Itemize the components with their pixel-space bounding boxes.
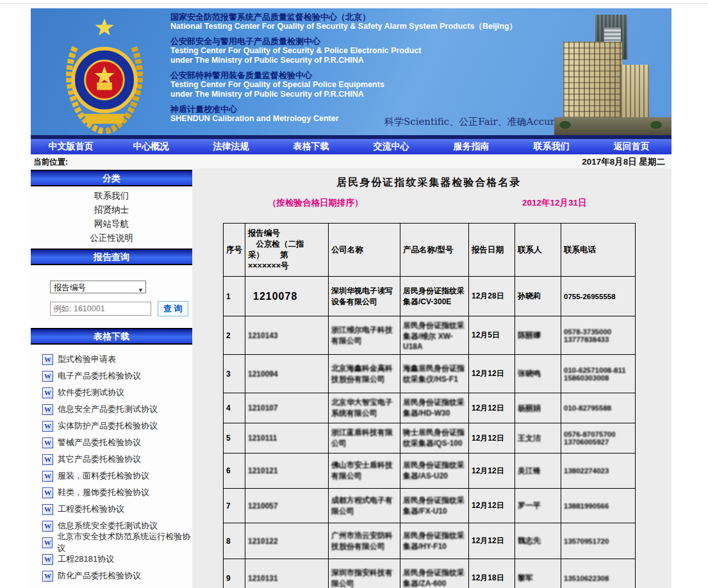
cell-phone: 13802274023 [561, 453, 636, 489]
report-query-form: 报告编号 ▼ 查 询 [31, 265, 192, 328]
sidebar-item-contact-us[interactable]: 联系我们 [31, 189, 192, 203]
tree [650, 121, 662, 129]
sidebar-item-recruit[interactable]: 招贤纳士 [31, 203, 192, 217]
cell-seq: 5 [224, 423, 245, 453]
org3-en2: under The Ministry of Public Security of… [170, 90, 555, 99]
cell-product: 海鑫居民身份证指纹采集仪/HS-F1 [400, 355, 469, 393]
word-doc-icon: W [42, 471, 53, 482]
cell-date: 12月5日 [469, 316, 515, 355]
word-doc-icon: W [42, 487, 53, 498]
cell-company: 深圳华视电子读写设备有限公司 [329, 277, 400, 316]
word-doc-icon: W [42, 571, 53, 582]
word-doc-icon: W [42, 537, 53, 548]
police-emblem-icon [56, 15, 152, 134]
cell-phone: 13570951720 [561, 523, 636, 559]
download-item[interactable]: W电子产品委托检验协议 [42, 368, 192, 384]
nav-home-cn[interactable]: 中文版首页 [31, 141, 111, 152]
cell-seq: 3 [224, 355, 245, 393]
org2-en2: under The Ministry of Public Security of… [170, 56, 555, 65]
cell-report-no: 1210057 [245, 489, 329, 523]
sidebar-section-form-download: 表格下载 [31, 328, 192, 345]
nav-form-download[interactable]: 表格下载 [271, 141, 351, 152]
download-item[interactable]: W实体防护产品委托检验协议 [42, 418, 192, 434]
download-item[interactable]: W工程委托检验协议 [42, 501, 192, 518]
download-label: 软件委托测试协议 [58, 387, 124, 398]
sidebar: 分类 联系我们 招贤纳士 网站导航 公正性说明 报告查询 报告编号 ▼ 查 询 … [31, 168, 192, 588]
nav-service-guide[interactable]: 服务指南 [431, 141, 511, 152]
report-number-input[interactable] [50, 302, 151, 316]
cell-seq: 6 [224, 453, 245, 489]
sidebar-section-report-query: 报告查询 [31, 249, 192, 265]
cell-date: 12月12日 [469, 489, 515, 523]
cell-product: 居民身份证指纹采集器/ZA-600 [400, 559, 469, 588]
cell-seq: 1 [224, 277, 245, 316]
word-doc-icon: W [42, 421, 53, 432]
sidebar-section-category: 分类 [31, 170, 192, 186]
download-label: 信息安全产品委托测试协议 [58, 404, 158, 415]
download-item[interactable]: W北京市安全技术防范系统运行检验协议 [42, 534, 192, 551]
building-photo [554, 8, 671, 135]
col-phone: 联系电话 [561, 224, 636, 277]
page-title: 居民身份证指纹采集器检验合格名录 [223, 176, 635, 190]
cell-report-no: 1210107 [245, 393, 329, 423]
table-row: 6 1210121 佛山市安士盾科技有限公司 居民身份证指纹采集器/AS-U20… [224, 453, 636, 489]
download-item[interactable]: W警械产品委托检验协议 [42, 434, 192, 451]
col-report-no: 报告编号 公京检（二指 采） 第 ×××××××号 [245, 224, 329, 277]
cell-product: 居民身份证指纹采集器/HD-W30 [400, 393, 469, 423]
nav-contact-us[interactable]: 联系我们 [511, 141, 591, 152]
cell-seq: 4 [224, 393, 245, 423]
report-type-select[interactable]: 报告编号 ▼ [50, 281, 146, 293]
cell-product: 居民身份证指纹采集器/HY-F10 [400, 523, 469, 559]
table-row: 4 1210107 北京华大智宝电子系统有限公司 居民身份证指纹采集器/HD-W… [224, 393, 636, 423]
cell-contact: 罗一平 [515, 489, 561, 523]
download-item[interactable]: W其它产品委托检验协议 [42, 451, 192, 468]
download-item[interactable]: W服装，面料委托检验协议 [42, 468, 192, 484]
cell-contact: 王文洁 [515, 423, 561, 453]
cell-company: 浙江维尔电子科技有限公司 [329, 316, 400, 355]
cell-contact: 张晓鸣 [515, 355, 561, 393]
col-company: 公司名称 [329, 224, 400, 277]
cell-company: 佛山市安士盾科技有限公司 [329, 453, 400, 489]
org3-en: Testing Center For Quality of Special Po… [170, 80, 555, 90]
word-doc-icon: W [42, 404, 53, 415]
query-button[interactable]: 查 询 [158, 301, 188, 316]
table-row: 5 1210111 浙江蓝盾科技有限公司 骑士居民身份证指纹采集器/QS-100… [224, 423, 636, 453]
word-doc-icon: W [42, 437, 53, 448]
cell-phone: 0755-26955558 [561, 277, 636, 316]
cell-phone: 13881990566 [561, 489, 636, 523]
word-doc-icon: W [42, 521, 53, 532]
tree [559, 121, 571, 129]
cell-product: 居民身份证指纹采集器/AS-U20 [400, 453, 469, 489]
download-label: 工程28181协议 [58, 553, 114, 565]
sort-note: （按检验合格日期排序） [268, 197, 363, 209]
download-item[interactable]: W软件委托测试协议 [42, 384, 192, 401]
cell-seq: 7 [224, 489, 245, 523]
cell-product: 居民身份证指纹采集器/FX-U10 [400, 489, 469, 523]
org2-cn: 公安部安全与警用电子产品质量检测中心 [170, 37, 555, 46]
col-contact: 联系人 [515, 224, 561, 277]
nav-center-overview[interactable]: 中心概况 [111, 141, 191, 152]
cell-company: 广州市浩云安防科技股份有限公司 [329, 523, 400, 559]
nav-back-home[interactable]: 返回首页 [591, 141, 671, 152]
org2-en: Testing Center For Quality of Security &… [170, 46, 555, 56]
col-product: 产品名称/型号 [400, 224, 469, 277]
download-item[interactable]: W信息安全产品委托测试协议 [42, 401, 192, 418]
sidebar-item-sitemap[interactable]: 网站导航 [31, 217, 192, 231]
download-label: 警械产品委托检验协议 [58, 437, 141, 448]
cell-report-no: 1210078 [245, 277, 329, 316]
table-row: 3 1210094 北京海鑫科金高科技股份有限公司 海鑫居民身份证指纹采集仪/H… [224, 355, 636, 393]
cell-contact: 杨丽娟 [515, 393, 561, 423]
report-type-select-value: 报告编号 [54, 283, 86, 292]
nav-laws[interactable]: 法律法规 [191, 141, 271, 152]
download-item[interactable]: W防化产品委托检验协议 [42, 568, 192, 584]
org1-en: National Testing Center For Quality of S… [170, 22, 555, 31]
cell-report-no: 1210122 [245, 523, 329, 559]
download-label: 鞋类，服饰委托检验协议 [58, 487, 149, 498]
download-label: 其它产品委托检验协议 [58, 453, 141, 465]
download-item[interactable]: W鞋类，服饰委托检验协议 [42, 484, 192, 501]
download-item[interactable]: W型式检验申请表 [42, 351, 192, 368]
cell-product: 骑士居民身份证指纹采集器/QS-100 [400, 423, 469, 453]
word-doc-icon: W [42, 354, 53, 365]
sidebar-item-impartiality[interactable]: 公正性说明 [31, 231, 192, 245]
nav-exchange-center[interactable]: 交流中心 [351, 141, 431, 152]
